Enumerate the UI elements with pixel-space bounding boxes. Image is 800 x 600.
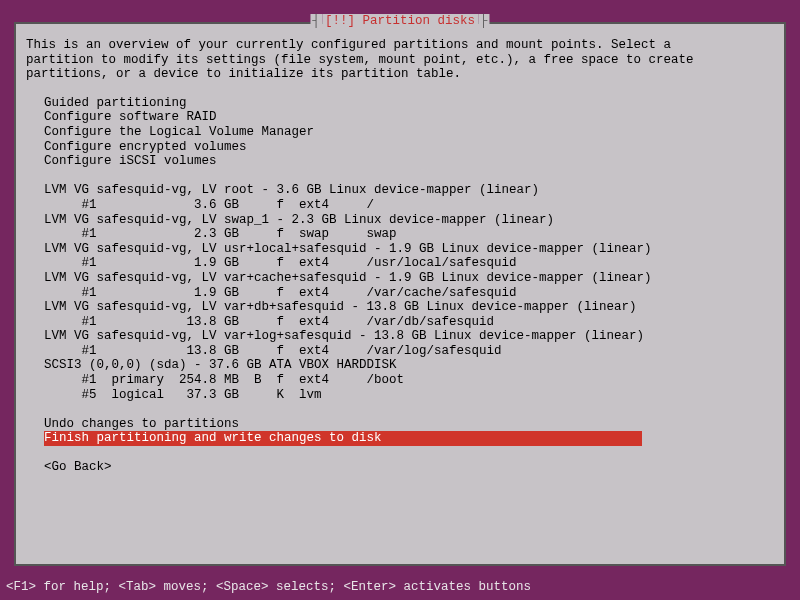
title-decoration-left: ┤ [310,14,322,28]
dialog-content: This is an overview of your currently co… [16,24,784,483]
scsi-disk-header[interactable]: SCSI3 (0,0,0) (sda) - 37.6 GB ATA VBOX H… [44,358,774,373]
lvm-root-header[interactable]: LVM VG safesquid-vg, LV root - 3.6 GB Li… [44,183,774,198]
spacer [26,169,774,184]
menu-configure-iscsi[interactable]: Configure iSCSI volumes [44,154,774,169]
lvm-var-log-header[interactable]: LVM VG safesquid-vg, LV var+log+safesqui… [44,329,774,344]
go-back-button[interactable]: <Go Back> [26,460,774,475]
lvm-usr-local-header[interactable]: LVM VG safesquid-vg, LV usr+local+safesq… [44,242,774,257]
partition-dialog: ┤ [!!] Partition disks ├ This is an over… [14,22,786,566]
finish-label: Finish partitioning and write changes to… [44,431,642,446]
finish-partitioning-button[interactable]: Finish partitioning and write changes to… [44,431,774,446]
lvm-var-cache-partition[interactable]: #1 1.9 GB f ext4 /var/cache/safesquid [44,286,774,301]
title-decoration-right: ├ [478,14,490,28]
menu-configure-lvm[interactable]: Configure the Logical Volume Manager [44,125,774,140]
menu-guided-partitioning[interactable]: Guided partitioning [44,96,774,111]
spacer [26,402,774,417]
footer-help-text: <F1> for help; <Tab> moves; <Space> sele… [6,580,531,594]
lvm-swap-header[interactable]: LVM VG safesquid-vg, LV swap_1 - 2.3 GB … [44,213,774,228]
dialog-title-bar: ┤ [!!] Partition disks ├ [310,14,489,28]
lvm-var-db-partition[interactable]: #1 13.8 GB f ext4 /var/db/safesquid [44,315,774,330]
lvm-usr-local-partition[interactable]: #1 1.9 GB f ext4 /usr/local/safesquid [44,256,774,271]
dialog-title: [!!] Partition disks [322,14,478,28]
menu-configure-encrypted[interactable]: Configure encrypted volumes [44,140,774,155]
actions-section: Undo changes to partitions Finish partit… [26,417,774,446]
lvm-var-db-header[interactable]: LVM VG safesquid-vg, LV var+db+safesquid… [44,300,774,315]
scsi-partition-1[interactable]: #1 primary 254.8 MB B f ext4 /boot [44,373,774,388]
scsi-partition-5[interactable]: #5 logical 37.3 GB K lvm [44,388,774,403]
lvm-swap-partition[interactable]: #1 2.3 GB f swap swap [44,227,774,242]
dialog-description: This is an overview of your currently co… [26,38,774,82]
menu-configure-raid[interactable]: Configure software RAID [44,110,774,125]
undo-changes-button[interactable]: Undo changes to partitions [44,417,774,432]
partitions-section: LVM VG safesquid-vg, LV root - 3.6 GB Li… [26,183,774,402]
lvm-root-partition[interactable]: #1 3.6 GB f ext4 / [44,198,774,213]
lvm-var-cache-header[interactable]: LVM VG safesquid-vg, LV var+cache+safesq… [44,271,774,286]
lvm-var-log-partition[interactable]: #1 13.8 GB f ext4 /var/log/safesquid [44,344,774,359]
guided-section: Guided partitioning Configure software R… [26,96,774,169]
